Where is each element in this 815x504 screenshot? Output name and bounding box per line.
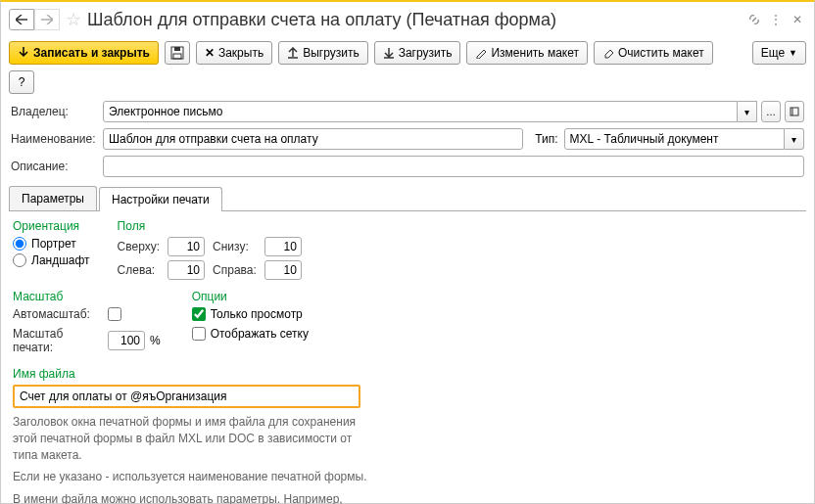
print-scale-input[interactable] xyxy=(108,331,145,350)
fields-section: Поля Сверху: Снизу: Слева: Справа: xyxy=(118,219,302,280)
pencil-icon xyxy=(475,47,487,59)
top-input[interactable] xyxy=(168,237,205,256)
name-input[interactable] xyxy=(103,128,523,150)
options-section: Опции Только просмотр Отображать сетку xyxy=(192,290,309,357)
upload-label: Выгрузить xyxy=(303,46,360,60)
portrait-label: Портрет xyxy=(31,237,76,251)
download-label: Загрузить xyxy=(399,46,453,60)
eraser-icon xyxy=(602,47,614,59)
chevron-down-icon: ▼ xyxy=(789,48,797,58)
help-text-2: Если не указано - используется наименова… xyxy=(13,469,375,485)
tab-print-settings[interactable]: Настройки печати xyxy=(99,187,222,211)
close-label: Закрыть xyxy=(218,46,264,60)
download-icon xyxy=(383,47,395,59)
owner-ellipsis-button[interactable]: … xyxy=(761,101,781,122)
titlebar: ☆ Шаблон для отправки счета на оплату (П… xyxy=(1,2,814,37)
window-title: Шаблон для отправки счета на оплату (Печ… xyxy=(87,10,742,30)
top-label: Сверху: xyxy=(118,240,160,253)
desc-input[interactable] xyxy=(103,156,804,177)
tab-parameters[interactable]: Параметры xyxy=(9,186,97,210)
save-button[interactable] xyxy=(165,41,190,65)
link-icon[interactable] xyxy=(745,11,763,28)
name-label: Наименование: xyxy=(11,132,97,146)
nav-back-button[interactable] xyxy=(9,9,34,30)
arrow-down-icon xyxy=(18,47,29,59)
fields-title: Поля xyxy=(118,219,302,233)
owner-open-button[interactable] xyxy=(785,101,804,122)
owner-input[interactable] xyxy=(103,101,738,122)
filename-section: Имя файла Заголовок окна печатной формы … xyxy=(13,367,802,504)
tab-content-print: Ориентация Портрет Ландшафт Поля Сверху:… xyxy=(1,211,814,504)
orientation-section: Ориентация Портрет Ландшафт xyxy=(13,219,90,280)
svg-rect-1 xyxy=(174,47,180,51)
bottom-label: Снизу: xyxy=(213,240,257,253)
filename-title: Имя файла xyxy=(13,367,802,381)
upload-icon xyxy=(287,47,299,59)
svg-rect-2 xyxy=(173,54,181,59)
close-button[interactable]: ✕ Закрыть xyxy=(196,41,272,65)
left-input[interactable] xyxy=(168,260,205,280)
owner-dropdown-button[interactable]: ▾ xyxy=(738,101,757,122)
right-input[interactable] xyxy=(264,260,302,280)
nav-forward-button[interactable] xyxy=(34,9,60,30)
clear-layout-label: Очистить макет xyxy=(618,46,704,60)
download-button[interactable]: Загрузить xyxy=(374,41,461,65)
toolbar: Записать и закрыть ✕ Закрыть Выгрузить З… xyxy=(1,37,814,98)
scale-title: Масштаб xyxy=(13,290,161,303)
help-text-1: Заголовок окна печатной формы и имя файл… xyxy=(13,414,375,463)
tabs: Параметры Настройки печати xyxy=(9,186,806,211)
more-menu-icon[interactable]: ⋮ xyxy=(767,11,785,28)
svg-rect-3 xyxy=(791,108,798,115)
bottom-input[interactable] xyxy=(264,237,302,256)
save-close-button[interactable]: Записать и закрыть xyxy=(9,41,159,65)
more-button[interactable]: Еще ▼ xyxy=(752,41,806,65)
print-scale-label: Масштаб печати: xyxy=(13,327,103,354)
landscape-radio[interactable] xyxy=(13,253,26,267)
readonly-checkbox[interactable] xyxy=(192,307,206,321)
save-close-label: Записать и закрыть xyxy=(33,46,150,60)
help-text-3: В имени файла можно использовать парамет… xyxy=(13,491,375,504)
edit-layout-label: Изменить макет xyxy=(491,46,579,60)
landscape-label: Ландшафт xyxy=(31,253,90,267)
portrait-radio[interactable] xyxy=(13,237,26,251)
owner-label: Владелец: xyxy=(11,105,97,118)
grid-label: Отображать сетку xyxy=(211,327,309,341)
grid-checkbox[interactable] xyxy=(192,327,206,341)
right-label: Справа: xyxy=(213,263,257,277)
type-label: Тип: xyxy=(535,132,557,146)
type-input[interactable] xyxy=(564,128,785,150)
desc-label: Описание: xyxy=(11,160,97,173)
scale-section: Масштаб Автомасштаб: Масштаб печати: % xyxy=(13,290,161,357)
save-icon xyxy=(170,46,184,60)
options-title: Опции xyxy=(192,290,309,303)
edit-layout-button[interactable]: Изменить макет xyxy=(466,41,588,65)
left-label: Слева: xyxy=(118,263,160,277)
more-label: Еще xyxy=(761,46,785,60)
orientation-title: Ориентация xyxy=(13,219,90,233)
close-icon[interactable]: ✕ xyxy=(789,11,806,28)
help-button[interactable]: ? xyxy=(9,70,34,94)
favorite-star-icon[interactable]: ☆ xyxy=(66,9,81,30)
percent-label: % xyxy=(150,334,161,347)
autoscale-checkbox[interactable] xyxy=(108,307,121,321)
filename-input[interactable] xyxy=(13,385,360,408)
upload-button[interactable]: Выгрузить xyxy=(278,41,368,65)
clear-layout-button[interactable]: Очистить макет xyxy=(594,41,713,65)
type-dropdown-button[interactable]: ▾ xyxy=(785,128,804,150)
x-icon: ✕ xyxy=(205,46,215,60)
readonly-label: Только просмотр xyxy=(211,307,303,321)
autoscale-label: Автомасштаб: xyxy=(13,307,103,321)
